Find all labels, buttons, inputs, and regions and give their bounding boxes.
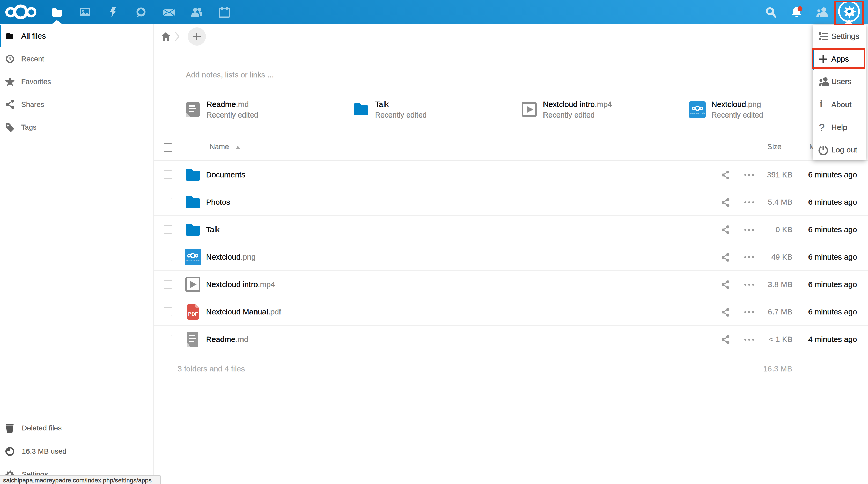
svg-text:Nextcloud Hub: Nextcloud Hub [186,259,200,262]
svg-text:Nextcloud Hub: Nextcloud Hub [690,112,705,115]
svg-text:PDF: PDF [188,311,198,317]
